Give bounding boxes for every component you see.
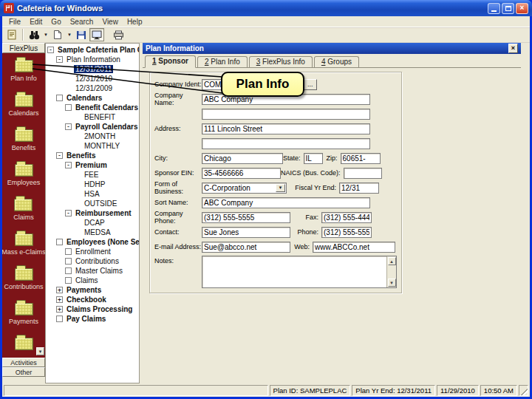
scroll-down-icon[interactable]: ▼ — [388, 279, 396, 287]
find-dropdown-icon[interactable]: ▼ — [42, 33, 50, 37]
tree-item[interactable]: 12/31/2011 — [46, 64, 139, 74]
phone-input[interactable] — [321, 227, 372, 238]
notes-textarea[interactable]: ▲ ▼ — [202, 256, 397, 288]
tree-item[interactable]: 12/31/2010 — [46, 74, 139, 83]
tree-expand-box[interactable] — [65, 210, 72, 216]
tree-item[interactable]: Benefits — [46, 151, 139, 160]
tree-item[interactable]: 2MONTH — [46, 132, 139, 141]
menu-item[interactable]: File — [4, 18, 25, 26]
tree-item[interactable]: Benefit Calendars — [46, 103, 139, 112]
tree-item[interactable]: Reimbursement — [46, 208, 139, 218]
fiscal-yr-end-input[interactable] — [339, 183, 379, 194]
tab[interactable]: 2 Plan Info — [197, 56, 248, 67]
company-ident-browse-button[interactable]: ... — [302, 79, 317, 90]
tree-expand-box[interactable] — [65, 267, 72, 274]
notes-scrollbar[interactable]: ▲ ▼ — [386, 256, 396, 287]
tree-item[interactable]: Checkbook — [46, 295, 139, 304]
resize-grip[interactable] — [519, 385, 528, 396]
tree-item[interactable]: FEE — [46, 170, 139, 180]
fax-input[interactable] — [321, 212, 372, 223]
sidebar-item[interactable] — [15, 335, 33, 352]
sidebar-item[interactable]: Claims — [13, 196, 34, 221]
tree-item[interactable]: Calendars — [46, 93, 139, 103]
contact-input[interactable] — [202, 227, 290, 238]
new-button[interactable] — [50, 28, 65, 41]
print-button[interactable] — [112, 28, 126, 41]
maximize-button[interactable] — [502, 3, 514, 14]
company-name-input-2[interactable] — [202, 109, 370, 120]
state-input[interactable] — [304, 153, 323, 164]
title-bar[interactable]: Cafeteria for Windows × — [0, 0, 532, 16]
sidebar-header[interactable]: FlexPlus — [2, 43, 45, 53]
sidebar-item[interactable]: Payments — [9, 300, 38, 325]
menu-item[interactable]: Go — [47, 18, 65, 26]
tree-item[interactable]: HDHP — [46, 180, 139, 189]
tree-expand-box[interactable] — [56, 306, 63, 313]
sidebar-item[interactable]: Employees — [7, 161, 41, 186]
menu-item[interactable]: View — [98, 18, 123, 26]
tree-item[interactable]: MEDSA — [46, 228, 139, 237]
tree-expand-box[interactable] — [65, 258, 72, 265]
tree-expand-box[interactable] — [56, 56, 63, 63]
tree-item[interactable]: BENEFIT — [46, 112, 139, 122]
tree-item[interactable]: DCAP — [46, 218, 139, 228]
sidebar-item[interactable]: Mass e-Claims — [2, 231, 45, 256]
tree-item[interactable]: MONTHLY — [46, 141, 139, 151]
panel-close-icon[interactable]: × — [508, 44, 518, 53]
tree-item[interactable]: HSA — [46, 189, 139, 199]
tree-item[interactable]: Contributions — [46, 256, 139, 266]
clipboard-button[interactable] — [4, 28, 19, 41]
sidebar-scroll-down-button[interactable]: ▼ — [36, 347, 44, 355]
zip-input[interactable] — [341, 153, 381, 164]
tree-expand-box[interactable] — [56, 95, 63, 101]
naics-input[interactable] — [344, 168, 382, 179]
tree-item[interactable]: Master Claims — [46, 266, 139, 276]
tree-item[interactable]: Employees (None Selected — [46, 237, 139, 247]
close-button[interactable]: × — [516, 3, 528, 14]
scroll-up-icon[interactable]: ▲ — [388, 257, 396, 265]
web-input[interactable] — [313, 242, 395, 253]
tree-expand-box[interactable] — [56, 296, 63, 303]
save-button[interactable] — [74, 28, 89, 41]
tab[interactable]: 3 FlexPlus Info — [249, 56, 313, 67]
company-phone-input[interactable] — [202, 212, 290, 223]
tree-expand-box[interactable] — [65, 162, 72, 168]
tab[interactable]: 4 Groups — [314, 56, 359, 67]
tree-expand-box[interactable] — [47, 47, 54, 53]
tree-item[interactable]: Sample Cafeteria Plan Comp — [46, 45, 139, 55]
sponsor-ein-input[interactable] — [202, 168, 281, 179]
find-button[interactable] — [27, 28, 41, 41]
sidebar-item[interactable]: Contributions — [4, 265, 43, 290]
sort-name-input[interactable] — [202, 197, 370, 208]
dropdown-arrow-icon[interactable]: ▼ — [276, 184, 285, 192]
form-of-business-select[interactable]: C-Corporation ▼ — [202, 183, 287, 194]
address-input-2[interactable] — [202, 138, 370, 149]
tree-expand-box[interactable] — [65, 248, 72, 255]
activities-button[interactable]: Activities — [2, 358, 45, 367]
tree-expand-box[interactable] — [56, 152, 63, 159]
tree-expand-box[interactable] — [65, 123, 72, 130]
tree-expand-box[interactable] — [56, 287, 63, 293]
tree-item[interactable]: Claims Processing — [46, 304, 139, 314]
address-input[interactable] — [202, 123, 370, 134]
tree-expand-box[interactable] — [56, 239, 63, 245]
new-dropdown-icon[interactable]: ▼ — [66, 33, 73, 37]
other-button[interactable]: Other — [2, 367, 45, 377]
minimize-button[interactable] — [488, 3, 500, 14]
menu-item[interactable]: Search — [66, 18, 98, 26]
tree-item[interactable]: Enrollment — [46, 247, 139, 256]
menu-item[interactable]: Help — [123, 18, 147, 26]
tree-item[interactable]: OUTSIDE — [46, 199, 139, 208]
tree-expand-box[interactable] — [56, 316, 63, 322]
tree-item[interactable]: Pay Claims — [46, 314, 139, 324]
tab[interactable]: 1 Sponsor — [145, 55, 196, 68]
view-button[interactable] — [89, 28, 104, 41]
tree-item[interactable]: 12/31/2009 — [46, 83, 139, 93]
city-input[interactable] — [202, 153, 283, 164]
email-input[interactable] — [202, 242, 290, 253]
sidebar-item[interactable]: Benefits — [12, 126, 36, 151]
tree-expand-box[interactable] — [65, 104, 72, 111]
tree-item[interactable]: Premium — [46, 160, 139, 170]
menu-item[interactable]: Edit — [25, 18, 47, 26]
tree-item[interactable]: Payments — [46, 285, 139, 295]
